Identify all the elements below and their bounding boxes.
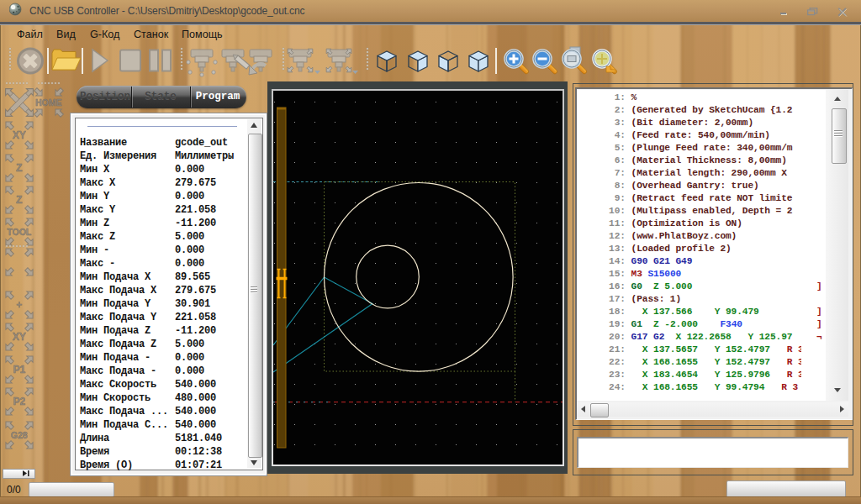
svg-text:XY: XY [13,331,26,343]
svg-text:XY: XY [13,129,26,141]
svg-text:Z: Z [16,194,22,206]
svg-text:P2: P2 [13,396,26,407]
svg-text:P1: P1 [13,364,26,375]
svg-text:TOOL: TOOL [8,227,33,237]
svg-text:Z: Z [16,162,22,174]
svg-text:HOME: HOME [35,97,62,108]
svg-text:+: + [16,299,22,311]
svg-text:G28: G28 [11,430,28,440]
